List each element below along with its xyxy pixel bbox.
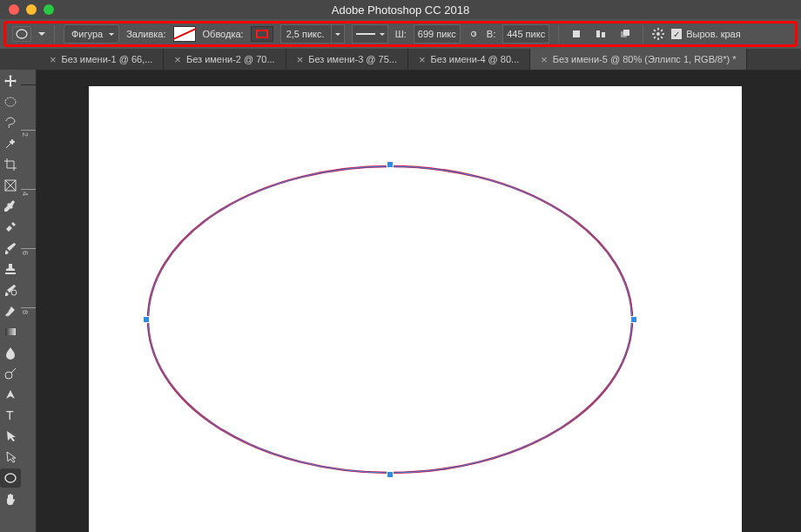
width-label: Ш: <box>395 29 407 39</box>
zoom-window-button[interactable] <box>44 4 54 15</box>
viewport[interactable] <box>37 71 801 532</box>
svg-rect-14 <box>661 37 663 39</box>
document-tab[interactable]: ×Без имени-1 @ 66,... <box>39 49 164 70</box>
svg-rect-1 <box>573 30 580 37</box>
svg-point-21 <box>5 474 16 482</box>
healing-tool[interactable] <box>0 218 21 237</box>
tab-label: Без имени-5 @ 80% (Эллипс 1, RGB/8*) * <box>553 54 737 64</box>
tools-panel: T <box>0 70 21 532</box>
svg-point-15 <box>5 98 16 106</box>
eyedropper-tool[interactable] <box>0 197 21 216</box>
separator <box>643 25 643 43</box>
transform-handle-n[interactable] <box>387 161 394 168</box>
stroke-width-field <box>280 24 345 44</box>
transform-handle-w[interactable] <box>143 316 150 323</box>
document-tab[interactable]: ×Без имени-3 @ 75... <box>286 49 408 70</box>
minimize-window-button[interactable] <box>26 4 37 15</box>
ruler-tick: 2 <box>21 130 36 189</box>
svg-rect-12 <box>661 29 663 31</box>
height-input[interactable] <box>502 24 549 44</box>
height-label: В: <box>487 29 495 39</box>
brush-tool[interactable] <box>0 239 21 258</box>
tab-label: Без имени-1 @ 66,... <box>62 54 153 64</box>
history-brush-tool[interactable] <box>0 280 21 300</box>
svg-rect-18 <box>5 328 16 335</box>
svg-point-17 <box>11 290 17 295</box>
stroke-swatch[interactable] <box>251 26 273 42</box>
fill-swatch[interactable] <box>173 26 196 42</box>
path-selection-tool[interactable] <box>0 427 21 446</box>
direct-selection-tool[interactable] <box>0 448 21 467</box>
lasso-tool[interactable] <box>0 113 21 132</box>
ruler-tick: 8 <box>21 307 36 367</box>
type-tool[interactable]: T <box>0 406 21 425</box>
document-tab[interactable]: ×Без имени-4 @ 80... <box>408 49 530 70</box>
tab-label: Без имени-2 @ 70... <box>186 54 275 64</box>
marquee-tool[interactable] <box>0 92 21 111</box>
link-dimensions-icon[interactable] <box>468 28 480 40</box>
move-tool[interactable] <box>0 71 21 91</box>
stamp-tool[interactable] <box>0 259 21 279</box>
canvas-area: 024681012141618202224 02468 <box>21 70 801 532</box>
close-window-button[interactable] <box>9 4 19 15</box>
shape-mode-dropdown[interactable]: Фигура <box>64 24 119 44</box>
close-tab-icon[interactable]: × <box>297 53 304 66</box>
svg-rect-7 <box>657 28 659 30</box>
canvas[interactable] <box>89 86 742 532</box>
svg-point-19 <box>5 372 12 379</box>
ellipse-shape[interactable] <box>146 165 634 475</box>
width-input[interactable] <box>414 24 461 44</box>
stroke-style-dropdown[interactable] <box>352 24 388 44</box>
title-bar: Adobe Photoshop CC 2018 <box>0 0 801 19</box>
fill-label: Заливка: <box>126 29 165 39</box>
align-edges-label: Выров. края <box>686 29 740 39</box>
svg-rect-11 <box>654 29 656 31</box>
stroke-width-dropdown[interactable] <box>331 24 345 44</box>
svg-point-22 <box>148 166 632 473</box>
close-tab-icon[interactable]: × <box>50 53 57 66</box>
wand-tool[interactable] <box>0 134 21 153</box>
hand-tool[interactable] <box>0 489 21 508</box>
tab-label: Без имени-3 @ 75... <box>308 54 397 64</box>
close-tab-icon[interactable]: × <box>541 53 548 66</box>
close-tab-icon[interactable]: × <box>174 53 181 66</box>
document-tab[interactable]: ×Без имени-2 @ 70... <box>164 49 286 70</box>
svg-text:T: T <box>6 408 14 422</box>
svg-rect-8 <box>657 37 659 40</box>
svg-rect-5 <box>623 30 629 36</box>
path-arrangement-button[interactable] <box>616 25 634 43</box>
svg-point-6 <box>656 32 660 36</box>
separator <box>558 25 559 43</box>
crop-tool[interactable] <box>0 155 21 174</box>
path-alignment-button[interactable] <box>592 25 609 43</box>
svg-point-0 <box>17 30 27 38</box>
stroke-width-input[interactable] <box>280 24 331 44</box>
pen-tool[interactable] <box>0 385 21 404</box>
window-controls <box>0 4 54 15</box>
transform-handle-e[interactable] <box>630 316 637 323</box>
close-tab-icon[interactable]: × <box>419 53 426 66</box>
gradient-tool[interactable] <box>0 322 21 341</box>
dodge-tool[interactable] <box>0 364 21 383</box>
ellipse-shape-tool[interactable] <box>0 468 21 488</box>
frame-tool[interactable] <box>0 176 21 195</box>
solid-line-icon <box>356 33 375 35</box>
vertical-ruler[interactable]: 02468 <box>21 71 37 532</box>
eraser-tool[interactable] <box>0 301 21 320</box>
ruler-origin[interactable] <box>21 70 37 85</box>
svg-rect-2 <box>596 30 600 37</box>
blur-tool[interactable] <box>0 343 21 362</box>
transform-handle-s[interactable] <box>387 471 394 478</box>
tool-preset-down-icon[interactable] <box>38 32 45 39</box>
align-edges-checkbox[interactable]: ✓ Выров. края <box>671 29 740 39</box>
svg-rect-10 <box>663 33 665 35</box>
path-operations-button[interactable] <box>568 25 585 43</box>
document-tab[interactable]: ×Без имени-5 @ 80% (Эллипс 1, RGB/8*) * <box>530 49 747 70</box>
document-tabs: ×Без имени-1 @ 66,...×Без имени-2 @ 70..… <box>0 49 801 70</box>
ellipse-tool-icon[interactable] <box>12 26 31 42</box>
svg-point-23 <box>148 166 632 473</box>
svg-rect-9 <box>652 33 655 35</box>
svg-rect-13 <box>654 37 656 39</box>
gear-icon[interactable] <box>652 28 664 40</box>
separator <box>54 25 55 43</box>
